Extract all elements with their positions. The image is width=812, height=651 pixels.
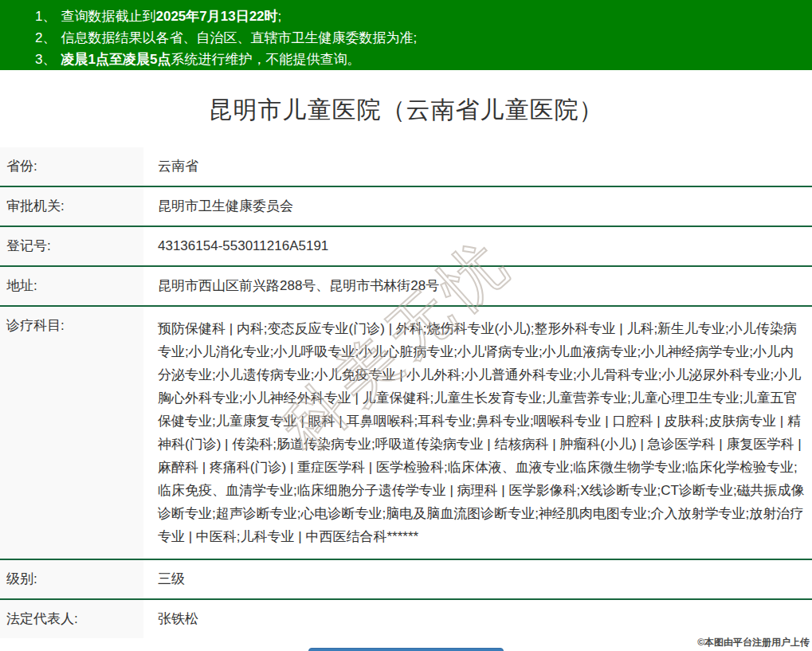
table-row-legal-representative: 法定代表人: 张铁松	[0, 598, 812, 638]
row-label: 地址:	[0, 267, 143, 305]
row-value: 43136154-553011216A5191	[143, 227, 812, 265]
notice-number: 3、	[35, 49, 56, 70]
row-label: 法定代表人:	[0, 600, 143, 638]
notice-text: 系统进行维护，不能提供查询。	[171, 52, 360, 67]
notice-text: 查询数据截止到	[61, 9, 155, 24]
notice-line-2: 2、信息数据结果以各省、自治区、直辖市卫生健康委数据为准;	[35, 27, 804, 49]
table-row-approval-authority: 审批机关: 昆明市卫生健康委员会	[0, 186, 812, 225]
notice-text: ;	[278, 9, 282, 24]
row-label: 审批机关:	[0, 187, 143, 225]
hospital-info-table: 省份: 云南省 审批机关: 昆明市卫生健康委员会 登记号: 43136154-5…	[0, 147, 812, 638]
table-row-level: 级别: 三级	[0, 559, 812, 598]
row-label: 省份:	[0, 147, 143, 186]
notice-text-bold: 2025年7月13日22时	[155, 9, 277, 24]
table-row-registration-number: 登记号: 43136154-553011216A5191	[0, 225, 812, 265]
table-row-province: 省份: 云南省	[0, 147, 812, 186]
notice-line-3: 3、凌晨1点至凌晨5点系统进行维护，不能提供查询。	[35, 49, 804, 70]
button-area: 〖关闭窗口〗	[0, 648, 812, 651]
row-value: 预防保健科 | 内科;变态反应专业(门诊) | 外科;烧伤科专业(小儿);整形外…	[143, 307, 812, 559]
row-label: 登记号:	[0, 227, 143, 265]
notice-banner: 1、查询数据截止到2025年7月13日22时; 2、信息数据结果以各省、自治区、…	[0, 0, 812, 70]
notice-line-1: 1、查询数据截止到2025年7月13日22时;	[35, 6, 804, 27]
title-area: 昆明市儿童医院（云南省儿童医院）	[0, 70, 812, 147]
row-value: 昆明市卫生健康委员会	[143, 187, 812, 225]
page-title: 昆明市儿童医院（云南省儿童医院）	[209, 96, 604, 123]
notice-text: 信息数据结果以各省、自治区、直辖市卫生健康委数据为准;	[61, 30, 417, 45]
row-value: 云南省	[143, 147, 812, 186]
row-label: 级别:	[0, 560, 143, 598]
table-row-address: 地址: 昆明市西山区前兴路288号、昆明市书林街28号	[0, 265, 812, 305]
row-label: 诊疗科目:	[0, 307, 143, 559]
notice-number: 2、	[35, 27, 56, 49]
close-window-button[interactable]: 〖关闭窗口〗	[308, 648, 504, 651]
table-row-medical-subjects: 诊疗科目: 预防保健科 | 内科;变态反应专业(门诊) | 外科;烧伤科专业(小…	[0, 305, 812, 559]
notice-number: 1、	[35, 6, 56, 27]
query-result-page: 1、查询数据截止到2025年7月13日22时; 2、信息数据结果以各省、自治区、…	[0, 0, 812, 651]
row-value: 三级	[143, 560, 812, 598]
row-value: 昆明市西山区前兴路288号、昆明市书林街28号	[143, 267, 812, 305]
notice-text-bold: 凌晨1点至凌晨5点	[61, 52, 171, 67]
row-value: 张铁松	[143, 600, 812, 638]
footer-caption: ©本图由平台注册用户上传	[697, 636, 810, 649]
